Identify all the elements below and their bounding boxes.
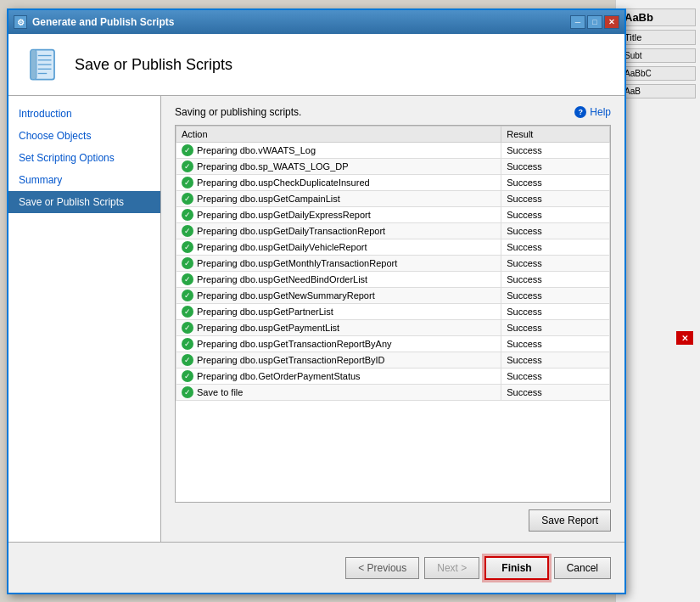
- table-row: ✓Preparing dbo.uspGetPaymentListSuccess: [176, 320, 610, 336]
- column-header-result: Result: [501, 127, 610, 143]
- close-button[interactable]: ✕: [604, 15, 619, 29]
- bg-style-heading: AaBb: [620, 8, 696, 26]
- table-cell-result: Success: [501, 256, 610, 272]
- previous-button[interactable]: < Previous: [345, 557, 419, 579]
- table-cell-action: ✓Save to file: [176, 385, 501, 401]
- success-icon: ✓: [182, 144, 193, 156]
- table-cell-action: ✓Preparing dbo.uspGetTransactionReportBy…: [176, 352, 501, 369]
- nav-item-introduction[interactable]: Introduction: [8, 103, 160, 125]
- finish-button-wrapper: Finish: [484, 556, 548, 580]
- table-cell-action: ✓Preparing dbo.GetOrderPaymentStatus: [176, 369, 501, 385]
- success-icon: ✓: [182, 177, 193, 188]
- table-cell-result: Success: [501, 223, 610, 239]
- column-header-action: Action: [176, 127, 501, 143]
- table-row: ✓Preparing dbo.uspGetDailyTransactionRep…: [176, 223, 610, 239]
- table-row: ✓Preparing dbo.uspGetMonthlyTransactionR…: [176, 256, 610, 272]
- success-icon: ✓: [182, 241, 193, 253]
- success-icon: ✓: [182, 257, 193, 269]
- content-status-text: Saving or publishing scripts.: [175, 106, 301, 118]
- bg-style-subtitle: Subt: [620, 48, 696, 63]
- table-cell-action: ✓Preparing dbo.uspGetNewSummaryReport: [176, 288, 501, 304]
- scroll-svg-icon: [25, 47, 60, 82]
- svg-rect-1: [31, 50, 36, 80]
- save-report-area: Save Report: [175, 509, 611, 532]
- table-cell-action: ✓Preparing dbo.vWAATS_Log: [176, 143, 501, 159]
- table-row: ✓Preparing dbo.uspGetNeedBindOrderListSu…: [176, 272, 610, 288]
- bg-style-aab: AaB: [620, 84, 696, 98]
- nav-item-save-or-publish[interactable]: Save or Publish Scripts: [8, 191, 160, 213]
- table-cell-result: Success: [501, 320, 610, 336]
- table-cell-action: ✓Preparing dbo.uspGetPaymentList: [176, 320, 501, 336]
- table-cell-result: Success: [501, 369, 610, 385]
- table-cell-action: ✓Preparing dbo.uspGetMonthlyTransactionR…: [176, 256, 501, 272]
- table-row: ✓Preparing dbo.uspGetTransactionReportBy…: [176, 336, 610, 352]
- table-row: ✓Preparing dbo.uspGetPartnerListSuccess: [176, 304, 610, 320]
- table-row: ✓Preparing dbo.uspGetNewSummaryReportSuc…: [176, 288, 610, 304]
- help-circle-icon: ?: [574, 106, 586, 118]
- table-row: ✓Preparing dbo.uspGetDailyExpressReportS…: [176, 207, 610, 223]
- save-report-button[interactable]: Save Report: [529, 509, 611, 532]
- success-icon: ✓: [182, 322, 193, 334]
- success-icon: ✓: [182, 354, 193, 366]
- background-close-x[interactable]: ✕: [676, 331, 693, 345]
- success-icon: ✓: [182, 386, 193, 398]
- next-button[interactable]: Next >: [424, 557, 479, 579]
- dialog-window: ⚙ Generate and Publish Scripts ─ □ ✕ Sav…: [7, 8, 626, 594]
- success-icon: ✓: [182, 306, 193, 318]
- success-icon: ✓: [182, 338, 193, 350]
- table-row: ✓Preparing dbo.uspCheckDuplicateInsuredS…: [176, 175, 610, 191]
- table-cell-result: Success: [501, 143, 610, 159]
- table-row: ✓Preparing dbo.uspGetDailyVehicleReportS…: [176, 239, 610, 256]
- table-cell-action: ✓Preparing dbo.uspGetDailyTransactionRep…: [176, 223, 501, 239]
- table-cell-action: ✓Preparing dbo.uspGetPartnerList: [176, 304, 501, 320]
- table-cell-result: Success: [501, 272, 610, 288]
- success-icon: ✓: [182, 225, 193, 237]
- table-row: ✓Preparing dbo.uspGetCampainListSuccess: [176, 191, 610, 207]
- success-icon: ✓: [182, 370, 193, 382]
- table-cell-result: Success: [501, 385, 610, 401]
- dialog-header: Save or Publish Scripts: [8, 34, 624, 96]
- results-table: Action Result ✓Preparing dbo.vWAATS_LogS…: [176, 126, 610, 401]
- table-cell-result: Success: [501, 191, 610, 207]
- dialog-body: Introduction Choose Objects Set Scriptin…: [8, 96, 624, 542]
- table-row: ✓Preparing dbo.GetOrderPaymentStatusSucc…: [176, 369, 610, 385]
- cancel-button[interactable]: Cancel: [554, 557, 611, 579]
- nav-item-set-scripting-options[interactable]: Set Scripting Options: [8, 147, 160, 169]
- header-icon: [22, 44, 63, 85]
- table-header-row: Action Result: [176, 127, 610, 143]
- table-cell-result: Success: [501, 159, 610, 175]
- table-cell-result: Success: [501, 175, 610, 191]
- main-content: Saving or publishing scripts. ? Help Act…: [161, 96, 624, 542]
- table-cell-action: ✓Preparing dbo.uspCheckDuplicateInsured: [176, 175, 501, 191]
- bg-style-aabbc: AaBbC: [620, 66, 696, 81]
- table-cell-result: Success: [501, 207, 610, 223]
- table-cell-action: ✓Preparing dbo.uspGetCampainList: [176, 191, 501, 207]
- success-icon: ✓: [182, 193, 193, 205]
- table-row: ✓Preparing dbo.uspGetTransactionReportBy…: [176, 352, 610, 369]
- success-icon: ✓: [182, 160, 193, 172]
- footer-right: < Previous Next > Finish Cancel: [345, 556, 611, 580]
- maximize-button[interactable]: □: [587, 15, 602, 29]
- help-link[interactable]: ? Help: [574, 106, 611, 118]
- table-cell-action: ✓Preparing dbo.uspGetNeedBindOrderList: [176, 272, 501, 288]
- content-header: Saving or publishing scripts. ? Help: [175, 106, 611, 118]
- success-icon: ✓: [182, 273, 193, 285]
- table-row: ✓Preparing dbo.sp_WAATS_LOG_DPSuccess: [176, 159, 610, 175]
- table-cell-action: ✓Preparing dbo.sp_WAATS_LOG_DP: [176, 159, 501, 175]
- help-label: Help: [590, 106, 611, 118]
- nav-item-summary[interactable]: Summary: [8, 169, 160, 191]
- table-cell-action: ✓Preparing dbo.uspGetDailyVehicleReport: [176, 239, 501, 256]
- finish-button[interactable]: Finish: [484, 556, 548, 580]
- minimize-button[interactable]: ─: [570, 15, 585, 29]
- nav-panel: Introduction Choose Objects Set Scriptin…: [8, 96, 161, 542]
- title-bar-icon: ⚙: [14, 15, 27, 29]
- table-cell-result: Success: [501, 336, 610, 352]
- nav-item-choose-objects[interactable]: Choose Objects: [8, 125, 160, 147]
- success-icon: ✓: [182, 290, 193, 301]
- dialog-title: Save or Publish Scripts: [75, 56, 232, 74]
- table-body: ✓Preparing dbo.vWAATS_LogSuccess✓Prepari…: [176, 143, 610, 401]
- title-bar-controls: ─ □ ✕: [570, 15, 619, 29]
- table-cell-action: ✓Preparing dbo.uspGetTransactionReportBy…: [176, 336, 501, 352]
- bg-style-title: Title: [620, 30, 696, 45]
- title-bar: ⚙ Generate and Publish Scripts ─ □ ✕: [8, 10, 624, 34]
